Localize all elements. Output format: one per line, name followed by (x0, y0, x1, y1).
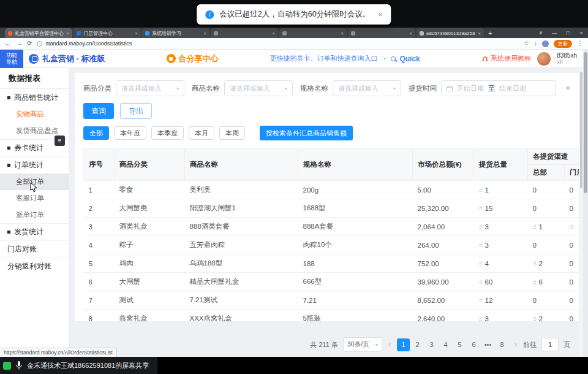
pickup-total-link[interactable]: ☝4 (479, 260, 523, 267)
sidebar-item-shipping-stats[interactable]: 发货统计 (0, 223, 69, 240)
page-number[interactable]: 3 (425, 338, 438, 351)
share-center-link[interactable]: 合分享中心 (167, 53, 219, 64)
hand-pick-icon: ☝ (479, 242, 483, 248)
store-count[interactable]: ☝ (570, 223, 579, 230)
export-button[interactable]: 导出 (120, 103, 152, 119)
tab-close-icon[interactable]: × (272, 31, 275, 36)
pickup-total-link[interactable]: ☝60 (479, 278, 523, 286)
summary-button[interactable]: 按检索条件汇总商品销售额 (260, 126, 353, 140)
date-range-picker[interactable]: 开始日期 至 结束日期 (441, 80, 556, 96)
col-name: 商品名称 (185, 149, 298, 181)
cell-amount: 752.00 (413, 254, 474, 273)
browser-tab[interactable]: 门店管理中心× (74, 28, 141, 38)
page-size-select[interactable]: 30条/页 ▾ (343, 337, 382, 352)
sidebar-item-goods-sales-stats[interactable]: 商品销售统计 (0, 89, 69, 106)
tab-close-icon[interactable]: × (409, 31, 412, 36)
tutorial-link[interactable]: 系统使用教程 (482, 54, 531, 63)
browser-tab[interactable]: 礼盒营销平台管理中心× (5, 28, 72, 38)
hq-count[interactable]: ☝2 (533, 260, 560, 267)
browser-scrollbar[interactable] (583, 50, 588, 357)
browser-tab[interactable]: × (279, 28, 347, 38)
browser-update-button[interactable]: 更新 (554, 40, 572, 48)
minimize-button[interactable]: — (548, 30, 561, 36)
page-number[interactable]: 2 (411, 338, 424, 351)
new-tab-button[interactable]: + (488, 28, 492, 38)
action-buttons: 查询 导出 (83, 103, 570, 119)
site-info-icon[interactable] (37, 41, 42, 47)
back-icon[interactable]: ← (5, 40, 11, 47)
period-tab[interactable]: 本季度 (151, 126, 184, 140)
menu-kebab-icon[interactable]: ⋮ (577, 40, 583, 47)
search-icon (391, 56, 396, 61)
count-value: 3 (485, 223, 489, 231)
pickup-total-link[interactable]: ☝3 (479, 315, 523, 322)
hq-count[interactable]: ☝6 (533, 278, 560, 286)
period-tab[interactable]: 本周 (219, 126, 245, 140)
cell-amount: 39,960.00 (413, 273, 474, 291)
sidebar-item-store-reconciliation[interactable]: 门店对账 (0, 240, 69, 258)
bookmark-star-icon[interactable]: ☆ (524, 40, 529, 47)
browser-tab[interactable]: 系统培训学习× (142, 28, 209, 38)
prev-page-icon[interactable]: ‹ (387, 340, 392, 349)
quick-entry[interactable]: 更快捷的券卡、订单和快递查询入口 ☞ Quick (270, 54, 420, 63)
page-number[interactable]: 1 (397, 338, 410, 351)
col-category: 商品分类 (115, 149, 185, 181)
browser-scrollbar-thumb[interactable] (584, 52, 587, 193)
browser-profile-avatar[interactable] (542, 40, 549, 47)
sidebar-item-distribution-rebate[interactable]: 分销返利对账 (0, 258, 69, 275)
pickup-total-link[interactable]: ☝15 (479, 205, 523, 212)
browser-tab[interactable]: × (211, 28, 278, 38)
hq-count[interactable]: ☝1 (533, 223, 560, 231)
toast-close-icon[interactable]: × (378, 10, 383, 19)
period-tab[interactable]: 全部 (83, 126, 109, 140)
forward-icon[interactable]: → (16, 40, 22, 47)
sidebar-collapse-handle[interactable]: ≡ (55, 135, 65, 146)
page-number[interactable]: 5 (453, 338, 466, 351)
tab-close-icon[interactable]: × (135, 31, 138, 36)
sidebar-item-physical-goods[interactable]: 实物商品 (0, 106, 69, 123)
sidebar-item-label: 客服订单 (16, 194, 44, 203)
bullet-icon (7, 96, 10, 99)
page-number[interactable]: 4 (439, 338, 452, 351)
count-value: 2 (539, 315, 543, 322)
sidebar-item-order-stats[interactable]: 订单统计 (0, 156, 69, 174)
pickup-total-link[interactable]: ☝12 (479, 297, 523, 304)
page-number[interactable]: 6 (467, 338, 480, 351)
browser-tab[interactable]: × (348, 28, 415, 38)
period-tab[interactable]: 本年度 (114, 126, 146, 140)
tab-close-icon[interactable]: × (66, 31, 69, 36)
tab-close-icon[interactable]: × (203, 31, 206, 36)
pickup-total-link[interactable]: ☝1 (479, 186, 523, 194)
count-value: 1 (485, 186, 489, 194)
user-avatar[interactable] (537, 52, 551, 66)
downloads-icon[interactable]: ↓ (534, 40, 537, 47)
pickup-total-link[interactable]: ☝3 (479, 242, 523, 249)
page-scrollbar[interactable] (579, 68, 583, 357)
goto-page-input[interactable] (541, 338, 559, 351)
period-tab[interactable]: 本月 (189, 126, 214, 140)
sidebar-item-dispatch-orders[interactable]: 派单订单 (0, 207, 69, 223)
tab-close-icon[interactable]: × (341, 31, 344, 36)
pickup-total-link[interactable]: ☝3 (479, 223, 523, 231)
filter-select[interactable]: 请选择或输入▾ (333, 80, 401, 96)
window-close-button[interactable]: × (575, 30, 588, 36)
page-scrollbar-thumb[interactable] (580, 72, 582, 188)
browser-tab[interactable]: e8c573980b1328a258fd2e6...× (417, 28, 484, 38)
url-text: standard.maboy.cn/GoodsStatistics (45, 40, 132, 47)
count-value: 2 (539, 260, 543, 267)
hq-count[interactable]: ☝2 (533, 315, 560, 322)
page-number[interactable]: 8 (496, 338, 508, 351)
count-value: 15 (485, 205, 493, 212)
next-page-icon[interactable]: › (513, 340, 518, 349)
tab-favicon (145, 31, 149, 36)
filter-select[interactable]: 请选择或输入▾ (224, 80, 293, 96)
tab-list-caret-icon[interactable]: ∨ (534, 30, 548, 36)
url-bar[interactable]: standard.maboy.cn/GoodsStatistics (37, 40, 519, 47)
refresh-icon[interactable]: ⟳ (27, 40, 32, 47)
maximize-button[interactable]: □ (561, 30, 575, 36)
tab-close-icon[interactable]: × (478, 31, 481, 36)
function-nav-button[interactable]: 功能导航 (0, 50, 23, 68)
collapse-filters-icon[interactable]: » (566, 83, 570, 92)
filter-select[interactable]: 请选择或输入▾ (116, 80, 184, 96)
query-button[interactable]: 查询 (83, 103, 114, 119)
